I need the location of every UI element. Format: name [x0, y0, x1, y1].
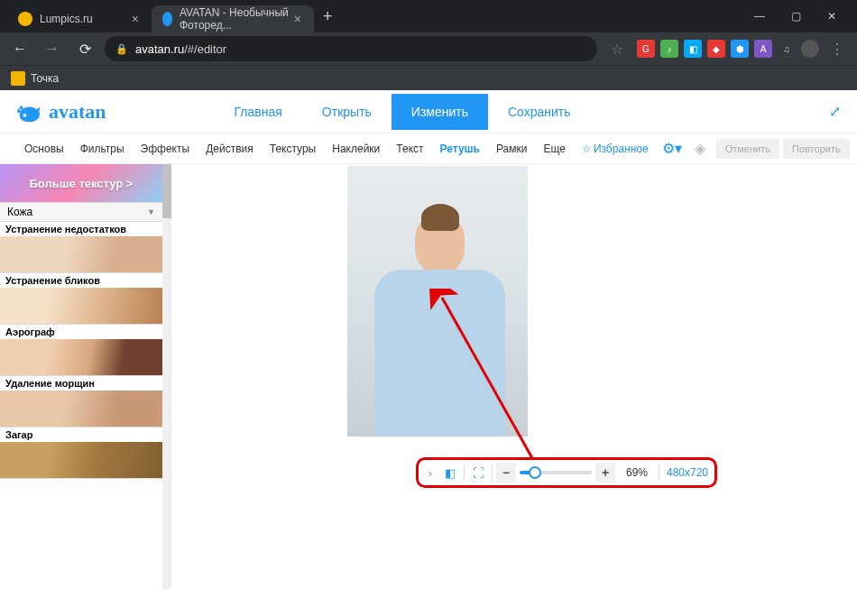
url-host: avatan.ru: [135, 42, 184, 56]
maximize-button[interactable]: ▢: [778, 10, 814, 23]
avatar-icon[interactable]: [801, 40, 819, 58]
menu-icon[interactable]: ⋮: [825, 36, 850, 61]
whale-icon: [16, 98, 43, 125]
sidebar-item-label: Удаление морщин: [0, 376, 162, 391]
image-dimensions[interactable]: 480x720: [667, 463, 708, 483]
zoom-toolbar: › ◧ ⛶ − + 69% 480x720: [416, 457, 717, 488]
thumbnail: [0, 288, 162, 324]
nav-edit[interactable]: Изменить: [392, 94, 488, 130]
edited-photo[interactable]: [347, 166, 528, 437]
nav-save[interactable]: Сохранить: [488, 94, 591, 130]
sidebar-item[interactable]: Устранение недостатков: [0, 222, 162, 273]
tool-retouch[interactable]: Ретушь: [432, 143, 488, 155]
favicon-icon: [162, 12, 172, 26]
window-controls: — ▢ ✕: [742, 10, 850, 23]
chevron-down-icon: ▼: [147, 207, 155, 216]
app-header: avatan Главная Открыть Изменить Сохранит…: [0, 90, 857, 133]
tool-stickers[interactable]: Наклейки: [324, 143, 388, 155]
browser-tab-active[interactable]: AVATAN - Необычный Фоторед... ×: [152, 5, 314, 32]
extension-icon[interactable]: ◆: [707, 40, 725, 58]
sidebar-item-label: Устранение бликов: [0, 273, 162, 288]
back-button[interactable]: ←: [7, 36, 32, 61]
scrollbar[interactable]: [162, 164, 171, 589]
tools-toolbar: Основы Фильтры Эффекты Действия Текстуры…: [0, 133, 857, 164]
tool-basics[interactable]: Основы: [16, 143, 72, 155]
logo[interactable]: avatan: [16, 98, 106, 125]
slider-handle[interactable]: [529, 466, 541, 479]
sidebar: Больше текстур > Кожа ▼ Устранение недос…: [0, 164, 162, 589]
thumbnail: [0, 442, 162, 478]
compare-icon[interactable]: ◧: [440, 463, 460, 483]
extensions: G ♪ ◧ ◆ ⬢ A ♫ ⋮: [637, 36, 850, 61]
close-button[interactable]: ✕: [814, 10, 850, 23]
lock-icon: 🔒: [115, 43, 128, 55]
thumbnail: [0, 391, 162, 427]
category-header[interactable]: Кожа ▼: [0, 202, 162, 222]
zoom-percent: 69%: [619, 463, 655, 483]
tool-textures[interactable]: Текстуры: [262, 143, 325, 155]
nav-home[interactable]: Главная: [215, 94, 302, 130]
extension-icon[interactable]: A: [754, 40, 772, 58]
nav-open[interactable]: Открыть: [302, 94, 392, 130]
tab-title: Lumpics.ru: [40, 13, 93, 25]
thumbnail: [0, 339, 162, 375]
sidebar-item[interactable]: Удаление морщин: [0, 376, 162, 428]
close-icon[interactable]: ×: [130, 12, 141, 26]
extension-icon[interactable]: ♪: [660, 40, 678, 58]
promo-banner[interactable]: Больше текстур >: [0, 164, 162, 202]
favicon-icon: [18, 12, 32, 26]
tool-effects[interactable]: Эффекты: [133, 143, 198, 155]
redo-button[interactable]: Повторить: [783, 139, 850, 159]
extension-icon[interactable]: ◧: [684, 40, 702, 58]
close-icon[interactable]: ×: [292, 12, 303, 26]
tool-text[interactable]: Текст: [388, 143, 431, 155]
sidebar-item-label: Загар: [0, 428, 162, 442]
scrollbar-thumb[interactable]: [162, 164, 171, 218]
minimize-button[interactable]: —: [742, 10, 778, 23]
browser-chrome: Lumpics.ru × AVATAN - Необычный Фоторед.…: [0, 0, 857, 90]
star-icon: ☆: [582, 143, 592, 155]
sidebar-item-label: Устранение недостатков: [0, 222, 162, 236]
zoom-in-button[interactable]: +: [595, 463, 615, 483]
undo-button[interactable]: Отменить: [716, 139, 779, 159]
bookmark-icon: [11, 71, 25, 86]
tool-actions[interactable]: Действия: [198, 143, 262, 155]
tool-frames[interactable]: Рамки: [488, 143, 535, 155]
canvas[interactable]: [176, 164, 848, 589]
sidebar-item[interactable]: Устранение бликов: [0, 273, 162, 325]
logo-text: avatan: [49, 100, 106, 124]
editor-app: avatan Главная Открыть Изменить Сохранит…: [0, 90, 857, 616]
extension-icon[interactable]: ⬢: [731, 40, 749, 58]
tool-more[interactable]: Еще: [535, 143, 573, 155]
collapse-icon[interactable]: ›: [424, 463, 437, 483]
address-bar: ← → ⟳ 🔒 avatan.ru/#/editor ☆ G ♪ ◧ ◆ ⬢ A…: [0, 32, 857, 65]
reload-button[interactable]: ⟳: [72, 36, 97, 61]
bookmark-bar: Точка: [0, 65, 857, 90]
bookmark-label: Точка: [31, 72, 59, 85]
url-path: /#/editor: [184, 42, 226, 56]
forward-button[interactable]: →: [40, 36, 65, 61]
extension-icon[interactable]: G: [637, 40, 655, 58]
category-label: Кожа: [7, 206, 32, 218]
layers-icon[interactable]: ◈: [687, 140, 713, 157]
extension-icon[interactable]: ♫: [778, 40, 796, 58]
thumbnail: [0, 236, 162, 272]
fullscreen-icon[interactable]: ⛶: [468, 463, 488, 483]
tab-bar: Lumpics.ru × AVATAN - Необычный Фоторед.…: [0, 0, 857, 32]
zoom-out-button[interactable]: −: [496, 463, 516, 483]
browser-tab[interactable]: Lumpics.ru ×: [7, 5, 152, 32]
main-nav: Главная Открыть Изменить Сохранить: [215, 94, 591, 130]
sidebar-item[interactable]: Загар: [0, 428, 162, 479]
sidebar-item-label: Аэрограф: [0, 325, 162, 339]
url-input[interactable]: 🔒 avatan.ru/#/editor: [105, 36, 597, 61]
star-icon[interactable]: ☆: [604, 36, 630, 61]
sidebar-item[interactable]: Аэрограф: [0, 325, 162, 376]
tool-favorites[interactable]: ☆Избранное: [574, 143, 657, 155]
expand-icon[interactable]: ⤢: [829, 103, 841, 120]
gear-icon[interactable]: ⚙▾: [657, 140, 687, 157]
zoom-slider[interactable]: [520, 471, 592, 474]
new-tab-button[interactable]: +: [314, 7, 342, 26]
tool-filters[interactable]: Фильтры: [72, 143, 133, 155]
tab-title: AVATAN - Необычный Фоторед...: [180, 6, 292, 32]
bookmark-item[interactable]: Точка: [11, 71, 59, 86]
